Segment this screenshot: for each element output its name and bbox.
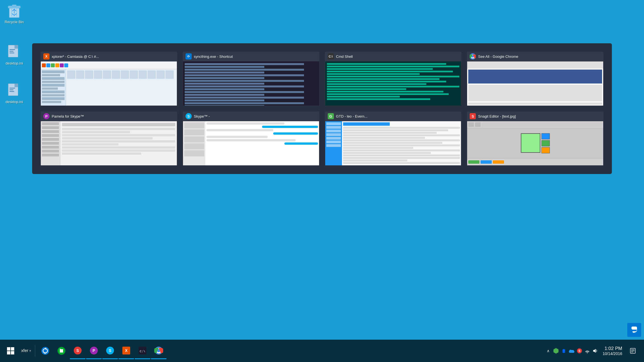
skype-preview — [183, 121, 319, 166]
svg-rect-11 — [7, 351, 10, 354]
gtd-title: GTD - leo - Evern... — [336, 114, 459, 118]
svg-text:S: S — [109, 348, 111, 353]
task-switcher-panel: X xplorer² - Camtasia @ C:\ #... — [32, 43, 612, 174]
skype-title: Skype™ - — [194, 114, 317, 118]
edge-button[interactable] — [627, 323, 641, 337]
taskbar-xplorer-btn[interactable]: X — [118, 342, 134, 359]
task-header-pamela: P Pamela for Skype™ — [41, 111, 177, 121]
task-item-snagit[interactable]: S Snagit Editor - [text.jpg] — [467, 111, 603, 166]
task-header-chrome: See All - Google Chrome — [467, 52, 603, 61]
task-item-gtd[interactable]: G GTD - leo - Evern... — [325, 111, 462, 166]
recycle-bin-label: Recycle Bin — [5, 20, 24, 25]
chrome-app-icon — [470, 53, 476, 59]
taskbar-skype-btn[interactable]: S — [102, 342, 118, 359]
task-item-chrome[interactable]: See All - Google Chrome — [467, 52, 603, 106]
xfer-chevron: » — [29, 349, 31, 352]
svg-text:P: P — [92, 348, 95, 353]
taskbar: xfer » — [0, 340, 644, 362]
taskbar-evernote-btn[interactable] — [54, 342, 69, 359]
task-item-skype[interactable]: S Skype™ - — [183, 111, 319, 166]
clock-date: 10/14/2016 — [603, 351, 622, 356]
task-header-syncthing: ⟳ syncthing.exe - Shortcut — [183, 52, 319, 61]
recycle-bin-icon[interactable]: Recycle Bin — [2, 2, 27, 26]
task-item-syncthing[interactable]: ⟳ syncthing.exe - Shortcut — [183, 52, 319, 106]
task-header-snagit: S Snagit Editor - [text.jpg] — [467, 111, 603, 121]
svg-point-33 — [587, 353, 588, 353]
task-item-pamela[interactable]: P Pamela for Skype™ — [41, 111, 177, 166]
task-header-cmd: C:\ Cmd Shell — [325, 52, 462, 61]
pamela-app-icon: P — [43, 113, 49, 119]
xfer-label: xfer — [21, 348, 28, 353]
snagit-preview — [467, 121, 603, 166]
svg-point-32 — [572, 350, 574, 352]
start-button[interactable] — [3, 343, 18, 359]
desktop: Recycle Bin desktop.ini — [0, 0, 644, 362]
xplorer-app-icon: X — [43, 53, 49, 59]
xplorer-title: xplorer² - Camtasia @ C:\ #... — [52, 54, 174, 59]
notification-center-btn[interactable] — [627, 342, 639, 359]
svg-text:S: S — [76, 348, 79, 353]
svg-rect-2 — [12, 5, 16, 6]
svg-rect-9 — [7, 347, 10, 351]
chrome-title: See All - Google Chrome — [478, 54, 601, 59]
snagit-title: Snagit Editor - [text.jpg] — [478, 114, 601, 118]
taskbar-separator-1 — [35, 345, 35, 356]
task-header-gtd: G GTD - leo - Evern... — [325, 111, 462, 121]
taskbar-cmd-btn[interactable]: C:\ — [135, 342, 150, 359]
task-header-xplorer: X xplorer² - Camtasia @ C:\ #... — [41, 52, 177, 61]
desktop-ini-icon-2[interactable]: desktop.ini — [2, 82, 27, 106]
clock-time: 1:02 PM — [603, 346, 622, 351]
svg-text:X: X — [125, 348, 128, 353]
cmd-app-icon: C:\ — [328, 53, 334, 59]
syncthing-preview — [183, 61, 319, 106]
tray-volume-icon[interactable] — [592, 348, 598, 354]
tray-network-icon[interactable] — [584, 348, 590, 354]
pamela-preview — [41, 121, 177, 166]
task-header-skype: S Skype™ - — [183, 111, 319, 121]
recycle-bin-image — [6, 3, 22, 19]
chrome-preview — [467, 61, 603, 106]
taskbar-right: ∧ — [545, 342, 641, 359]
task-item-cmd[interactable]: C:\ Cmd Shell — [325, 52, 462, 106]
syncthing-app-icon: ⟳ — [186, 53, 192, 59]
svg-point-31 — [569, 350, 572, 353]
taskbar-chrome-btn[interactable] — [151, 342, 167, 359]
syncthing-title: syncthing.exe - Shortcut — [194, 54, 317, 59]
svg-rect-10 — [11, 347, 14, 351]
gtd-app-icon: G — [328, 113, 334, 119]
snagit-app-icon: S — [470, 113, 476, 119]
svg-marker-34 — [593, 349, 596, 353]
svg-text:C:\: C:\ — [140, 350, 145, 353]
system-tray: ∧ — [545, 348, 598, 354]
tray-onedrive-icon[interactable] — [569, 348, 575, 354]
gtd-preview — [325, 121, 462, 166]
desktop-ini-icon-1[interactable]: desktop.ini — [2, 43, 27, 67]
skype-app-icon: S — [186, 113, 192, 119]
taskbar-pamela-btn[interactable]: P — [86, 342, 102, 359]
taskbar-snagit-btn[interactable]: S — [70, 342, 85, 359]
pamela-title: Pamela for Skype™ — [52, 114, 174, 118]
tray-shield-icon[interactable] — [553, 348, 559, 354]
taskbar-xfer[interactable]: xfer » — [18, 342, 34, 359]
taskbar-syncthing-btn[interactable] — [37, 342, 53, 359]
cmd-title: Cmd Shell — [336, 54, 459, 59]
tray-expand-btn[interactable]: ∧ — [545, 348, 551, 354]
tray-dropbox-icon[interactable] — [561, 348, 567, 354]
desktop-ini-label-2: desktop.ini — [6, 100, 23, 104]
clock-display[interactable]: 1:02 PM 10/14/2016 — [600, 345, 624, 357]
taskbar-pinned-icons: S P S X — [37, 342, 167, 359]
cmd-preview — [325, 61, 462, 106]
ini-file-image-2 — [6, 83, 22, 99]
svg-rect-12 — [11, 351, 14, 354]
tray-snagit-icon[interactable] — [576, 348, 583, 354]
desktop-ini-label-1: desktop.ini — [6, 61, 23, 66]
ini-file-image-1 — [6, 44, 22, 60]
task-item-xplorer[interactable]: X xplorer² - Camtasia @ C:\ #... — [41, 52, 177, 106]
xplorer-preview — [41, 61, 177, 106]
